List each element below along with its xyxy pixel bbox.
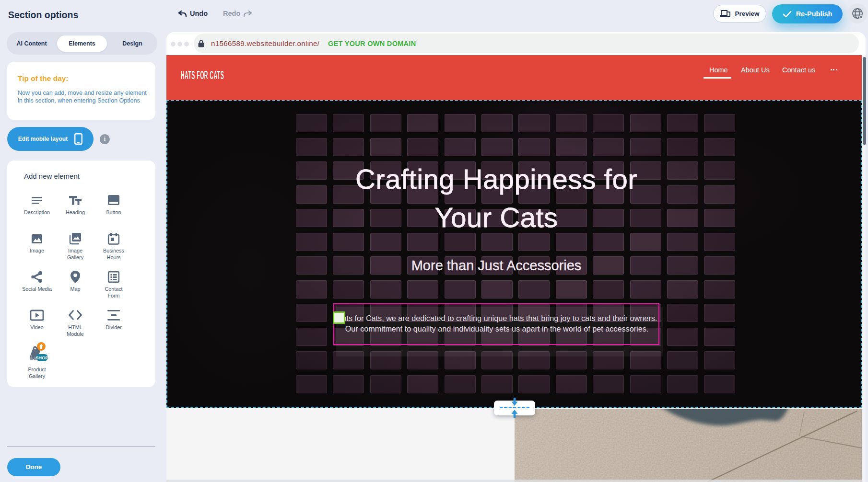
svg-text:SHOP: SHOP [35, 355, 48, 360]
